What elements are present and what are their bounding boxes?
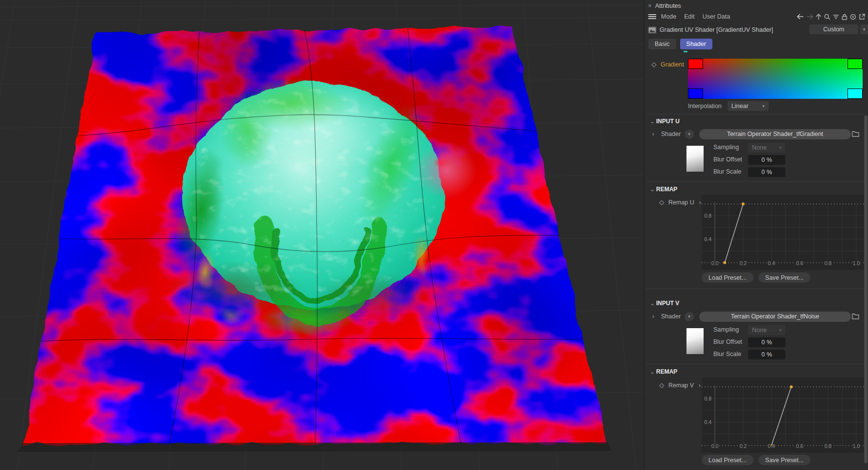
shader-row-v: › Shader ▾ Terrain Operator Shader_tfNoi…: [644, 311, 864, 322]
folder-icon[interactable]: [852, 131, 859, 137]
section-remap-v[interactable]: ⌄ REMAP: [644, 367, 677, 376]
viewport-3d[interactable]: [0, 0, 644, 470]
sampling-dropdown-v[interactable]: None▾: [748, 325, 785, 335]
svg-text:0.2: 0.2: [739, 260, 747, 266]
filter-icon[interactable]: [833, 14, 839, 20]
menu-edit[interactable]: Edit: [684, 13, 695, 20]
collapse-chevron-icon[interactable]: ⌄: [648, 300, 656, 307]
gradient-knot-cyan[interactable]: [847, 89, 863, 99]
sampling-label: Sampling: [713, 326, 739, 333]
svg-text:0.8: 0.8: [704, 213, 711, 219]
section-header-label: REMAP: [656, 186, 677, 193]
blur-offset-field-u[interactable]: 0 %: [748, 155, 785, 165]
expand-arrow-icon[interactable]: ›: [699, 199, 701, 206]
sampling-dropdown-u[interactable]: None▾: [748, 143, 785, 153]
tab-indicator-tick: [684, 51, 687, 52]
load-preset-button[interactable]: Load Preset...: [702, 455, 754, 465]
chevron-down-icon: ▾: [779, 145, 781, 150]
expand-arrow-icon[interactable]: ›: [652, 131, 654, 137]
svg-text:0.0: 0.0: [711, 260, 719, 266]
gradient-preview-thumbnail-v[interactable]: [686, 328, 704, 354]
svg-text:0.4: 0.4: [768, 443, 775, 449]
svg-text:0.6: 0.6: [796, 260, 803, 266]
save-preset-button[interactable]: Save Preset...: [758, 272, 811, 283]
collapse-chevron-icon[interactable]: ⌄: [648, 369, 656, 375]
viewport-canvas[interactable]: [0, 0, 644, 470]
gradient-knot-red[interactable]: [688, 59, 703, 69]
shader-link-u[interactable]: Terrain Operator Shader_tfGradient: [699, 129, 851, 139]
separator: [646, 364, 864, 364]
shader-label: Shader: [661, 313, 685, 320]
panel-title-bar: × Attributes: [644, 0, 868, 10]
shader-link-v[interactable]: Terrain Operator Shader_tfNoise: [699, 312, 851, 322]
svg-text:1.0: 1.0: [853, 443, 860, 449]
section-remap-u[interactable]: ⌄ REMAP: [644, 185, 677, 194]
blur-scale-label: Blur Scale: [713, 351, 741, 358]
gradient-2d-editor[interactable]: [688, 59, 863, 99]
panel-scrollbar[interactable]: [864, 114, 868, 469]
collapse-chevron-icon[interactable]: ⌄: [648, 186, 656, 193]
up-icon[interactable]: [816, 14, 822, 20]
svg-text:0.4: 0.4: [768, 260, 775, 266]
back-icon[interactable]: [797, 14, 804, 20]
panel-title: Attributes: [655, 2, 681, 9]
close-icon[interactable]: ×: [644, 2, 655, 9]
svg-text:0.8: 0.8: [824, 260, 832, 266]
attributes-panel: × Attributes Mode Edit User Data: [644, 0, 868, 470]
remap-u-label-row: Remap U ›: [659, 199, 708, 206]
expand-arrow-icon[interactable]: ›: [699, 382, 701, 389]
sampling-value: None: [752, 144, 767, 151]
gradient-knot-blue[interactable]: [688, 89, 703, 99]
svg-text:0.4: 0.4: [704, 236, 711, 242]
diamond-icon: [651, 62, 657, 67]
blur-scale-field-v[interactable]: 0 %: [748, 350, 785, 359]
search-icon[interactable]: [824, 14, 830, 20]
remap-u-curve-editor[interactable]: 0.00.20.40.60.81.00.40.8: [702, 195, 867, 270]
pink-blob: [416, 142, 477, 199]
shader-row-u: › Shader ▾ Terrain Operator Shader_tfGra…: [644, 128, 864, 140]
chevron-down-icon: ▾: [762, 104, 765, 109]
preset-dropdown-arrow-icon[interactable]: ▾: [860, 24, 868, 34]
svg-text:0.8: 0.8: [704, 396, 711, 402]
shader-thumbnail-icon: [648, 26, 657, 34]
remap-v-curve-editor[interactable]: 0.00.20.40.60.81.00.40.8: [702, 378, 867, 453]
shader-preview-dropdown[interactable]: ▾: [685, 130, 694, 139]
folder-icon[interactable]: [852, 313, 859, 319]
popout-icon[interactable]: [859, 14, 865, 20]
object-title: Gradient UV Shader [GradientUV Shader]: [660, 26, 773, 33]
shader-preview-dropdown[interactable]: ▾: [685, 312, 694, 321]
remap-v-label: Remap V: [668, 382, 694, 389]
save-preset-button[interactable]: Save Preset...: [758, 455, 811, 465]
load-preset-button[interactable]: Load Preset...: [702, 272, 754, 283]
preset-buttons-u: Load Preset... Save Preset...: [702, 272, 810, 283]
sampling-value: None: [752, 327, 767, 334]
preset-dropdown[interactable]: Custom: [809, 24, 858, 34]
gradient-knot-green[interactable]: [847, 59, 863, 69]
lock-icon[interactable]: [842, 14, 847, 20]
diamond-icon: [659, 383, 664, 388]
interpolation-value: Linear: [731, 103, 749, 110]
menu-user-data[interactable]: User Data: [703, 13, 730, 20]
menu-mode[interactable]: Mode: [661, 13, 676, 20]
gradient-overlay: [688, 59, 863, 99]
tab-shader[interactable]: Shader: [680, 39, 712, 49]
forward-icon[interactable]: [806, 14, 813, 20]
hamburger-menu-icon[interactable]: [648, 14, 656, 20]
section-input-u[interactable]: ⌄ INPUT U: [644, 117, 680, 126]
diamond-icon: [659, 200, 664, 205]
tab-basic[interactable]: Basic: [648, 39, 676, 49]
blur-scale-field-u[interactable]: 0 %: [748, 167, 785, 177]
scrollbar-thumb[interactable]: [864, 115, 868, 463]
expand-arrow-icon[interactable]: ›: [652, 313, 654, 320]
blur-offset-field-v[interactable]: 0 %: [748, 337, 785, 347]
interpolation-label: Interpolation: [688, 103, 722, 110]
shader-label: Shader: [661, 131, 685, 137]
chevron-down-icon: ▾: [779, 328, 781, 333]
collapse-chevron-icon[interactable]: ⌄: [648, 118, 656, 125]
gradient-preview-thumbnail-u[interactable]: [686, 146, 704, 172]
target-icon[interactable]: [850, 14, 856, 20]
interpolation-dropdown[interactable]: Linear ▾: [728, 101, 769, 111]
tab-bar: Basic Shader: [648, 38, 712, 50]
section-input-v[interactable]: ⌄ INPUT V: [644, 299, 679, 308]
blur-offset-label: Blur Offset: [713, 156, 742, 163]
